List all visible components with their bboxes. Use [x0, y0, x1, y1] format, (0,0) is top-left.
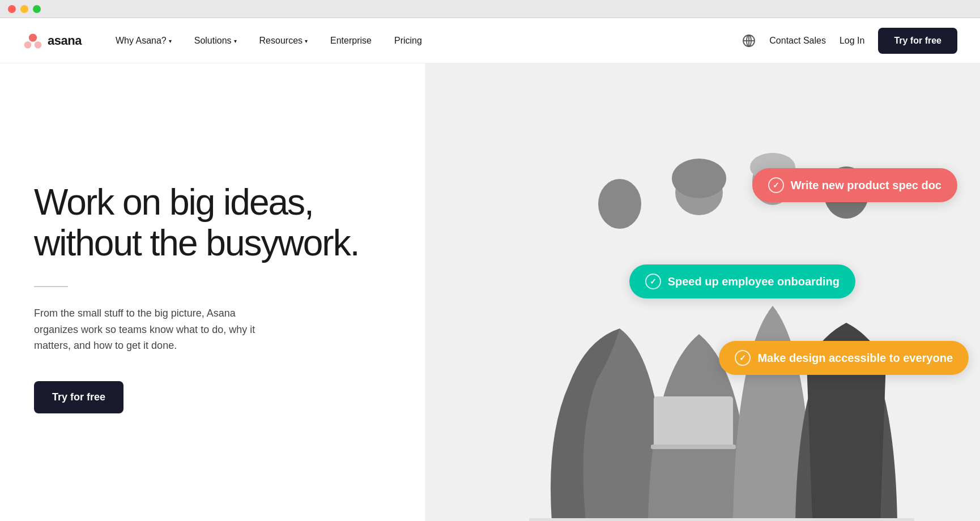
- login-button[interactable]: Log In: [840, 36, 864, 46]
- try-free-hero-button[interactable]: Try for free: [34, 381, 123, 413]
- svg-rect-13: [654, 396, 733, 447]
- maximize-button[interactable]: [33, 5, 41, 13]
- navbar: asana Why Asana? ▾ Solutions ▾ Resources…: [0, 18, 980, 63]
- svg-rect-15: [529, 518, 914, 521]
- logo[interactable]: asana: [23, 31, 82, 51]
- svg-point-7: [598, 179, 641, 229]
- logo-text: asana: [48, 33, 82, 48]
- chevron-down-icon: ▾: [305, 38, 308, 44]
- svg-point-1: [24, 41, 32, 48]
- svg-rect-14: [651, 445, 736, 449]
- nav-links: Why Asana? ▾ Solutions ▾ Resources ▾ Ent…: [104, 18, 742, 63]
- task-chip-3: ✓ Make design accessible to everyone: [719, 341, 969, 375]
- nav-item-pricing[interactable]: Pricing: [383, 18, 433, 63]
- nav-right: Contact Sales Log In Try for free: [742, 28, 957, 54]
- check-icon-3: ✓: [735, 350, 751, 366]
- close-button[interactable]: [8, 5, 16, 13]
- chevron-down-icon: ▾: [234, 38, 237, 44]
- nav-item-why-asana[interactable]: Why Asana? ▾: [104, 18, 183, 63]
- try-free-nav-button[interactable]: Try for free: [878, 28, 957, 54]
- nav-item-enterprise[interactable]: Enterprise: [319, 18, 383, 63]
- nav-item-solutions[interactable]: Solutions ▾: [183, 18, 248, 63]
- hero-description: From the small stuff to the big picture,…: [34, 305, 261, 354]
- task-chip-1: ✓ Write new product spec doc: [752, 168, 957, 202]
- svg-point-2: [35, 41, 42, 48]
- hero-section: Work on big ideas, without the busywork.…: [0, 63, 980, 521]
- minimize-button[interactable]: [20, 5, 28, 13]
- hero-left: Work on big ideas, without the busywork.…: [0, 63, 425, 521]
- asana-logo-icon: [23, 31, 43, 51]
- globe-icon[interactable]: [742, 34, 756, 48]
- svg-point-9: [672, 159, 726, 198]
- nav-item-resources[interactable]: Resources ▾: [248, 18, 319, 63]
- check-icon-1: ✓: [768, 177, 784, 193]
- hero-right: ✓ Write new product spec doc ✓ Speed up …: [425, 63, 980, 521]
- svg-point-0: [29, 33, 37, 41]
- check-icon-2: ✓: [645, 274, 661, 289]
- hero-title: Work on big ideas, without the busywork.: [34, 182, 391, 263]
- task-chip-2: ✓ Speed up employee onboarding: [629, 264, 855, 298]
- contact-sales-link[interactable]: Contact Sales: [769, 36, 826, 46]
- hero-divider: [34, 286, 68, 287]
- chevron-down-icon: ▾: [169, 38, 172, 44]
- window-chrome: [0, 0, 980, 18]
